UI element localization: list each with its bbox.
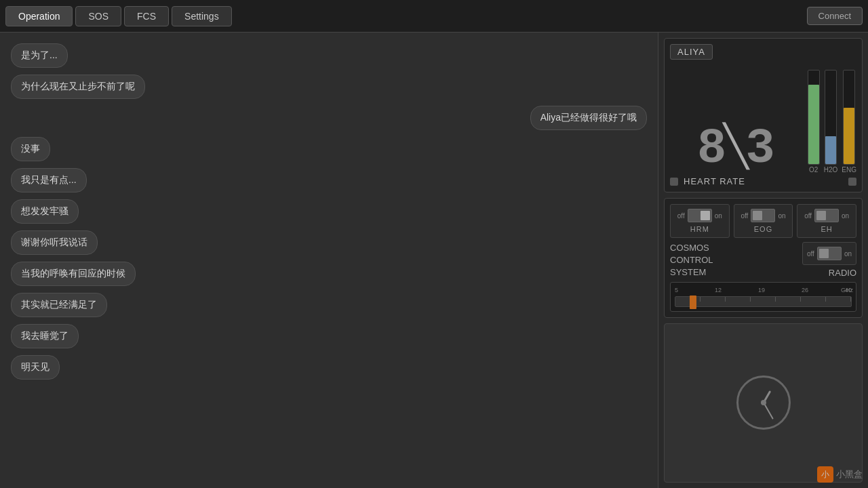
chat-area: 是为了... 为什么现在又止步不前了呢 Aliya已经做得很好了哦 没事 我只是…: [0, 33, 658, 488]
control-eh: off on EH: [797, 204, 856, 238]
tab-fcs[interactable]: FCS: [124, 6, 169, 26]
aliya-label: ALIYA: [670, 44, 713, 60]
chat-row: 谢谢你听我说话: [11, 230, 647, 255]
cosmos-toggle[interactable]: [817, 247, 842, 260]
heart-rate-row: HEART RATE: [670, 176, 856, 186]
watermark-icon: 小: [817, 466, 833, 483]
hrm-thumb: [701, 211, 710, 220]
cosmos-thumb: [819, 249, 829, 258]
bar-h2o-label: H2O: [824, 166, 838, 174]
vitals-row: 8 ╲ 3 O2: [670, 65, 856, 174]
cosmos-control: COSMOS CONTROL SYSTEM off on: [670, 242, 856, 279]
hrm-off-label: off: [677, 212, 685, 220]
chat-bubble: 其实就已经满足了: [11, 293, 107, 317]
cosmos-toggle-item: off on: [802, 242, 856, 265]
clock-hand-min: [763, 403, 774, 420]
bar-eng-label: ENG: [842, 166, 856, 174]
hrm-toggle-row: off on: [677, 209, 722, 222]
bar-h2o-fill: [825, 136, 836, 164]
chat-bubble: 为什么现在又止步不前了呢: [11, 75, 145, 99]
tab-settings[interactable]: Settings: [172, 6, 232, 26]
eh-on-label: on: [842, 212, 849, 220]
tab-sos[interactable]: SOS: [75, 6, 121, 26]
bar-o2: O2: [808, 70, 820, 174]
watermark: 小 小黑盒: [817, 466, 863, 483]
top-navigation: Operation SOS FCS Settings Connect: [0, 0, 868, 33]
freq-tick: [801, 297, 826, 302]
freq-track: [675, 296, 852, 307]
freq-tick: [701, 297, 726, 302]
heart-rate-text: HEART RATE: [684, 176, 745, 186]
heart-numbers: 8 ╲ 3: [697, 125, 775, 174]
eog-on-label: on: [778, 212, 785, 220]
chat-row: 我只是有点...: [11, 168, 647, 192]
bars-container: O2 H2O ENG: [808, 65, 856, 174]
hr-indicator-right: [848, 178, 856, 186]
clock-hand-hour: [762, 390, 771, 403]
nav-right: Connect: [807, 7, 863, 25]
aliya-section: ALIYA 8 ╲ 3 O2: [664, 38, 863, 192]
chat-bubble: 我去睡觉了: [11, 324, 79, 348]
eh-toggle-row: off on: [804, 209, 849, 222]
chat-row-right: Aliya已经做得很好了哦: [11, 106, 647, 130]
connect-button[interactable]: Connect: [807, 7, 863, 25]
controls-grid: off on HRM off on: [670, 204, 856, 238]
heart-rate-right: 3: [745, 125, 774, 174]
freq-tick: [726, 297, 751, 302]
watermark-text: 小黑盒: [836, 468, 863, 481]
bar-o2-label: O2: [809, 166, 818, 174]
hrm-toggle[interactable]: [688, 209, 712, 222]
freq-tick: [776, 297, 801, 302]
chat-bubble-right: Aliya已经做得很好了哦: [530, 106, 647, 130]
cosmos-toggle-row: off on: [807, 247, 852, 260]
eog-thumb: [753, 211, 762, 220]
chat-bubble: 是为了...: [11, 43, 68, 68]
freq-tick: [675, 297, 701, 302]
chat-row: 想发发牢骚: [11, 199, 647, 224]
freq-mark-4: 26: [802, 287, 808, 293]
freq-unit: GHz: [841, 287, 853, 293]
frequency-bar[interactable]: 5 12 19 26 40: [670, 282, 856, 312]
bar-h2o-wrapper: [825, 70, 837, 165]
hrm-on-label: on: [715, 212, 722, 220]
freq-indicator: [690, 296, 696, 309]
chat-bubble: 当我的呼唤有回应的时候: [11, 262, 136, 286]
bar-eng-fill: [844, 108, 854, 164]
control-hrm: off on HRM: [670, 204, 730, 238]
main-layout: 是为了... 为什么现在又止步不前了呢 Aliya已经做得很好了哦 没事 我只是…: [0, 33, 868, 488]
freq-mark-2: 12: [715, 287, 722, 293]
freq-mark-1: 5: [675, 287, 678, 293]
eog-toggle[interactable]: [751, 209, 775, 222]
hrm-label: HRM: [690, 225, 709, 233]
heart-slash: ╲: [724, 129, 748, 169]
freq-mark-3: 19: [758, 287, 765, 293]
right-panel: ALIYA 8 ╲ 3 O2: [658, 33, 868, 488]
control-eog: off on EOG: [734, 204, 793, 238]
eog-off-label: off: [741, 212, 748, 220]
freq-tick: [751, 297, 776, 302]
chat-row: 是为了...: [11, 43, 647, 68]
eh-label: EH: [821, 225, 833, 233]
aliya-header: ALIYA: [670, 44, 856, 60]
heart-rate-left: 8: [697, 125, 726, 174]
bar-eng: ENG: [842, 70, 856, 174]
chat-bubble: 想发发牢骚: [11, 199, 79, 224]
eh-toggle[interactable]: [814, 209, 839, 222]
eog-label: EOG: [754, 225, 772, 233]
chat-row: 当我的呼唤有回应的时候: [11, 262, 647, 286]
chat-row: 为什么现在又止步不前了呢: [11, 75, 647, 99]
controls-section: off on HRM off on: [664, 198, 863, 318]
chat-row: 明天见: [11, 355, 647, 380]
hr-indicator-left: [670, 178, 678, 186]
freq-tick: [826, 297, 851, 302]
tab-operation[interactable]: Operation: [5, 6, 73, 26]
chat-row: 其实就已经满足了: [11, 293, 647, 317]
bar-o2-wrapper: [808, 70, 820, 165]
bar-eng-wrapper: [843, 70, 855, 165]
chat-bubble: 谢谢你听我说话: [11, 230, 98, 255]
clock-section: [664, 323, 863, 483]
bar-h2o: H2O: [824, 70, 838, 174]
freq-scale: 5 12 19 26 40: [675, 287, 852, 293]
cosmos-line2: CONTROL: [670, 254, 713, 266]
chat-row: 我去睡觉了: [11, 324, 647, 348]
